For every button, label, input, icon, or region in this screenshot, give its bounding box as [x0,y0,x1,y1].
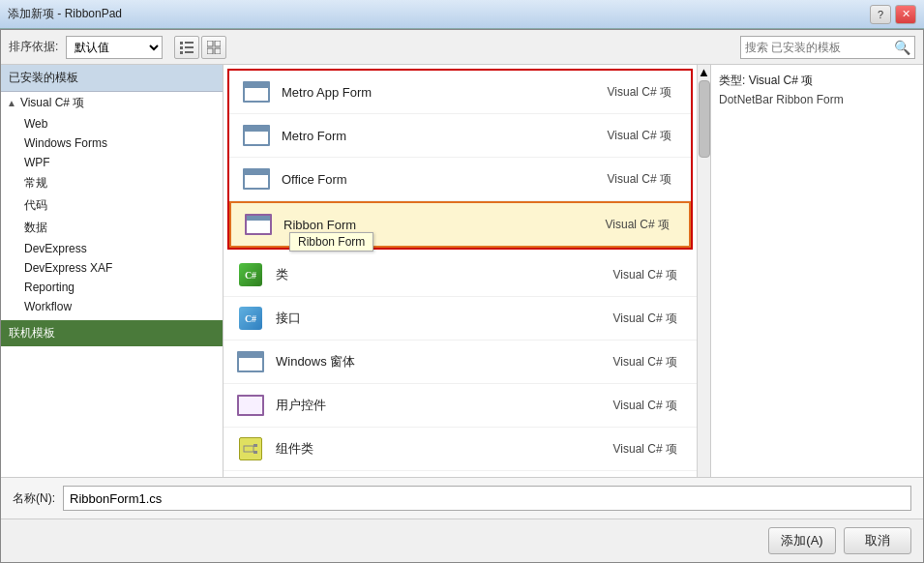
template-item-interface[interactable]: C# 接口 Visual C# 项 [224,297,697,341]
template-category: Visual C# 项 [608,84,679,101]
close-button[interactable]: ✕ [895,5,916,24]
online-templates-header: 联机模板 [1,320,223,346]
sidebar-item-code[interactable]: 代码 [1,194,223,217]
sidebar-item-data[interactable]: 数据 [1,217,223,239]
template-item-class[interactable]: C# 类 Visual C# 项 [224,253,697,297]
template-name: 类 [276,266,613,283]
template-category: Visual C# 项 [613,267,685,283]
sidebar-item-normal[interactable]: 常规 [1,172,223,194]
template-name: 组件类 [276,440,613,458]
titlebar: 添加新项 - RibbonPad ? ✕ [0,0,924,29]
template-icon [241,120,272,151]
help-button[interactable]: ? [870,5,891,24]
template-name: Windows 窗体 [276,353,613,370]
svg-rect-10 [244,446,253,452]
svg-rect-6 [207,41,213,46]
svg-rect-11 [253,444,257,447]
template-category: Visual C# 项 [613,441,685,458]
dialog: 排序依据: 默认值 [0,29,924,563]
template-name: Metro Form [282,129,608,143]
svg-rect-3 [185,46,194,48]
template-list-container: Metro App Form Visual C# 项 Metro Form Vi… [224,65,697,477]
template-icon [235,346,266,377]
template-category: Visual C# 项 [608,171,679,188]
svg-rect-4 [180,51,183,54]
sidebar-item-workflow[interactable]: Workflow [1,297,223,316]
titlebar-controls: ? ✕ [870,5,916,24]
template-name: 用户控件 [276,397,613,414]
template-name: 接口 [276,310,613,327]
template-icon [235,433,266,464]
installed-templates-header: 已安装的模板 [1,65,223,92]
template-category: Visual C# 项 [606,217,677,233]
svg-rect-8 [207,48,213,54]
detail-type: 类型: Visual C# 项 [719,73,915,89]
template-category: Visual C# 项 [608,128,679,144]
template-item-metro-app-form[interactable]: Metro App Form Visual C# 项 [229,71,691,114]
name-input[interactable] [63,486,911,511]
search-input[interactable] [745,41,890,54]
template-item-metro-form[interactable]: Metro Form Visual C# 项 [229,114,691,158]
name-bar: 名称(N): [1,477,923,519]
template-name: Ribbon Form [283,218,606,232]
cancel-button[interactable]: 取消 [844,527,911,554]
sidebar-item-web[interactable]: Web [1,114,223,133]
template-icon [241,76,272,107]
sort-select[interactable]: 默认值 [66,36,163,59]
scrollbar[interactable]: ▲ [697,65,710,477]
add-button[interactable]: 添加(A) [768,527,836,554]
grid-view-icon [207,41,221,54]
template-item-component[interactable]: 组件类 Visual C# 项 [224,428,697,471]
sidebar-item-devexpress[interactable]: DevExpress [1,239,223,258]
template-category: Visual C# 项 [613,354,685,370]
grid-view-button[interactable] [201,36,226,59]
template-item-windows-form[interactable]: Windows 窗体 Visual C# 项 [224,341,697,384]
template-item-about[interactable]: "关于" 框 Visual C# 项 [224,471,697,477]
view-icons [174,36,226,59]
name-label: 名称(N): [13,490,55,507]
svg-rect-0 [180,42,183,44]
detail-panel: 类型: Visual C# 项 DotNetBar Ribbon Form [710,65,923,477]
svg-rect-2 [180,46,183,49]
template-item-user-control[interactable]: 用户控件 Visual C# 项 [224,384,697,428]
template-category: Visual C# 项 [613,311,685,327]
template-icon: C# [235,259,266,290]
template-category: Visual C# 项 [613,398,685,414]
scroll-thumb[interactable] [699,80,710,158]
window-title: 添加新项 - RibbonPad [8,6,122,22]
search-box[interactable]: 🔍 [740,36,915,59]
template-icon: C# [235,303,266,334]
sidebar-item-label: Visual C# 项 [20,95,84,111]
toolbar: 排序依据: 默认值 [1,30,923,65]
ribbon-form-tooltip: Ribbon Form [289,232,373,252]
template-name: Office Form [282,172,608,187]
body: 已安装的模板 ▲ Visual C# 项 Web Windows Forms W… [1,65,923,477]
sidebar-item-windows-forms[interactable]: Windows Forms [1,133,223,153]
svg-rect-1 [185,42,194,44]
template-icon [241,163,272,194]
template-item-ribbon-form[interactable]: Ribbon Form Visual C# 项 Ribbon Form [229,201,691,248]
svg-rect-7 [215,41,221,46]
template-name: Metro App Form [282,85,608,100]
template-icon [235,390,266,421]
expand-icon: ▲ [7,98,16,108]
svg-rect-9 [215,48,221,54]
list-view-icon [180,41,194,54]
sidebar: 已安装的模板 ▲ Visual C# 项 Web Windows Forms W… [1,65,224,477]
sidebar-item-wpf[interactable]: WPF [1,153,223,172]
svg-rect-5 [185,51,194,53]
detail-description: DotNetBar Ribbon Form [719,93,915,106]
sidebar-item-devexpress-xaf[interactable]: DevExpress XAF [1,258,223,278]
template-icon [243,209,274,240]
svg-rect-12 [253,451,257,454]
footer: 添加(A) 取消 [1,519,923,562]
sidebar-item-visual-csharp[interactable]: ▲ Visual C# 项 [1,92,223,114]
list-view-button[interactable] [174,36,199,59]
highlighted-section: Metro App Form Visual C# 项 Metro Form Vi… [227,69,693,250]
search-icon: 🔍 [894,40,910,55]
sidebar-item-reporting[interactable]: Reporting [1,278,223,297]
template-item-office-form[interactable]: Office Form Visual C# 项 [229,158,691,201]
sort-label: 排序依据: [9,39,58,55]
scroll-up-button[interactable]: ▲ [698,65,710,78]
